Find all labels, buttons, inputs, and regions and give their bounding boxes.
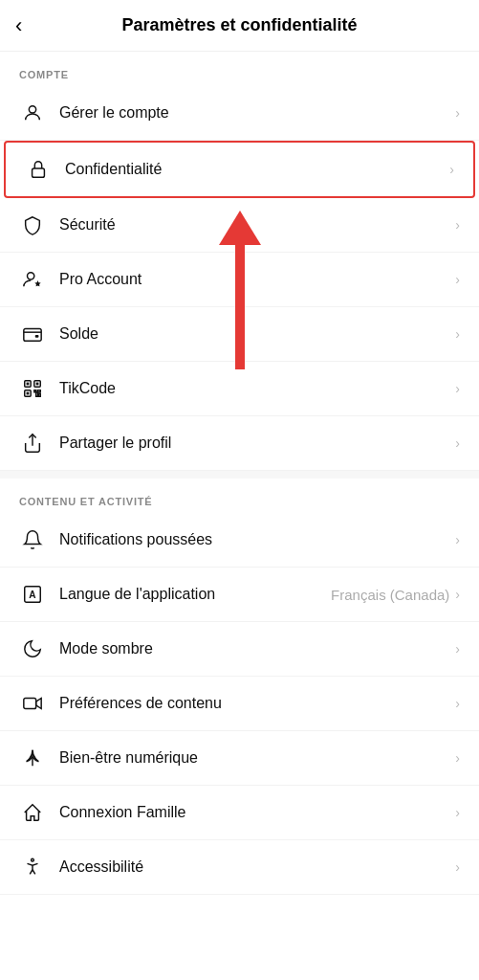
section-label-contenu: CONTENU ET ACTIVITÉ [0,479,479,513]
menu-label-securite: Sécurité [59,216,455,234]
leaf-icon [19,745,46,771]
menu-label-bien-etre: Bien-être numérique [59,749,455,767]
header: ‹ Paramètres et confidentialité [0,0,479,52]
svg-rect-4 [35,335,39,338]
menu-label-accessibilite: Accessibilité [59,858,455,876]
section-compte: COMPTE Gérer le compte › Confidentialité… [0,52,479,471]
svg-text:A: A [29,590,36,600]
chevron-icon: › [455,696,460,711]
svg-rect-9 [36,383,39,386]
person-star-icon [19,266,46,293]
qr-icon [19,375,46,402]
chevron-icon: › [455,750,460,766]
svg-point-0 [29,106,35,113]
menu-item-confidentialite[interactable]: Confidentialité › [4,141,475,198]
moon-icon [19,635,46,662]
menu-item-partager-profil[interactable]: Partager le profil › [0,416,479,471]
chevron-icon: › [455,805,460,820]
chevron-icon: › [455,435,460,451]
menu-label-confidentialite: Confidentialité [65,161,449,178]
section-label-compte: COMPTE [0,52,479,86]
svg-rect-10 [27,392,30,395]
svg-rect-3 [24,329,41,342]
menu-label-langue: Langue de l'application [59,586,331,603]
menu-item-langue[interactable]: A Langue de l'application Français (Cana… [0,568,479,622]
svg-rect-8 [27,383,30,386]
svg-point-15 [32,858,34,861]
accessibility-icon [19,854,46,880]
menu-label-pro-account: Pro Account [59,271,455,288]
chevron-icon: › [455,532,460,547]
chevron-icon: › [455,272,460,287]
chevron-icon: › [455,326,460,342]
bell-icon [19,526,46,553]
back-button[interactable]: ‹ [15,13,22,38]
menu-item-accessibilite[interactable]: Accessibilité › [0,840,479,895]
menu-item-bien-etre[interactable]: Bien-être numérique › [0,731,479,786]
chevron-icon: › [455,859,460,875]
svg-point-2 [28,273,34,279]
chevron-icon: › [455,217,460,233]
chevron-icon: › [455,105,460,121]
svg-rect-14 [24,699,36,709]
section-contenu: CONTENU ET ACTIVITÉ Notifications poussé… [0,479,479,895]
menu-item-solde[interactable]: Solde › [0,307,479,362]
menu-item-preferences-contenu[interactable]: Préférences de contenu › [0,677,479,731]
chevron-icon: › [455,381,460,396]
menu-label-partager-profil: Partager le profil [59,434,455,452]
share-icon [19,430,46,457]
menu-label-tikcode: TikCode [59,380,455,397]
menu-label-gerer-compte: Gérer le compte [59,104,455,122]
menu-item-notifications[interactable]: Notifications poussées › [0,513,479,568]
chevron-icon: › [455,641,460,657]
lock-icon [25,156,52,183]
menu-label-connexion-famille: Connexion Famille [59,804,455,821]
person-icon [19,100,46,126]
page-title: Paramètres et confidentialité [121,15,357,35]
menu-item-pro-account[interactable]: Pro Account › [0,253,479,307]
menu-value-langue: Français (Canada) [331,587,449,603]
video-icon [19,690,46,717]
chevron-icon: › [449,162,454,177]
menu-item-connexion-famille[interactable]: Connexion Famille › [0,786,479,840]
menu-label-notifications: Notifications poussées [59,531,455,548]
section-separator [0,471,479,479]
menu-label-preferences-contenu: Préférences de contenu [59,695,455,712]
menu-label-solde: Solde [59,325,455,343]
chevron-icon: › [455,587,460,602]
menu-item-gerer-compte[interactable]: Gérer le compte › [0,86,479,141]
menu-item-mode-sombre[interactable]: Mode sombre › [0,622,479,677]
menu-item-securite[interactable]: Sécurité › [0,198,479,253]
text-a-icon: A [19,581,46,608]
wallet-icon [19,321,46,347]
menu-item-tikcode[interactable]: TikCode › [0,362,479,416]
menu-label-mode-sombre: Mode sombre [59,640,455,657]
svg-rect-1 [33,168,45,177]
shield-icon [19,212,46,238]
home-icon [19,799,46,826]
